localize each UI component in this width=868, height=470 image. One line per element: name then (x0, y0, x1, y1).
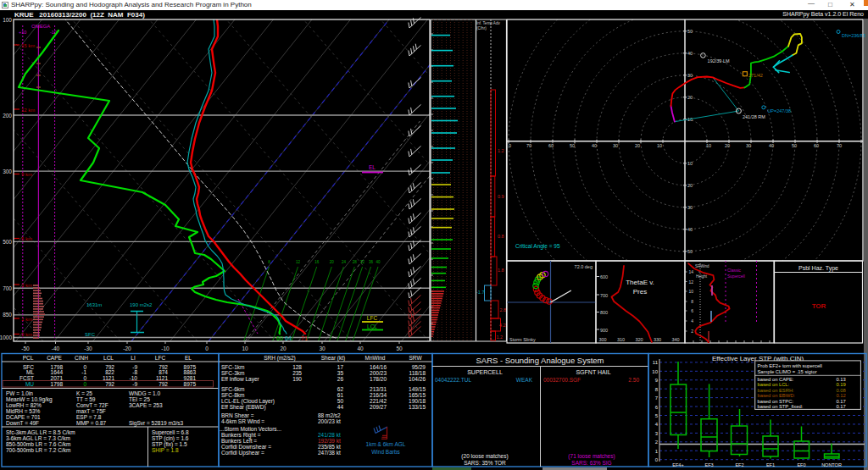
svg-text:792: 792 (105, 381, 114, 387)
svg-text:SGFNT HAIL: SGFNT HAIL (576, 369, 610, 375)
svg-text:0.17: 0.17 (836, 399, 845, 404)
svg-text:SRW: SRW (409, 355, 422, 361)
svg-text:Pres: Pres (633, 288, 647, 296)
svg-text:1.2: 1.2 (497, 335, 504, 340)
svg-text:50: 50 (792, 143, 797, 148)
svg-text:Psbl Haz. Type: Psbl Haz. Type (798, 265, 838, 272)
svg-text:36: 36 (369, 260, 374, 264)
svg-text:40: 40 (357, 346, 364, 351)
svg-text:...Storm Motion Vectors...: ...Storm Motion Vectors... (220, 426, 281, 432)
svg-text:70: 70 (526, 143, 531, 148)
svg-text:Corfidi Downshear =: Corfidi Downshear = (221, 444, 271, 450)
svg-text:95/29: 95/29 (412, 364, 426, 370)
svg-text:178/20: 178/20 (370, 376, 387, 382)
svg-text:OMEGA: OMEGA (31, 24, 50, 29)
svg-text:340: 340 (671, 337, 679, 342)
svg-text:0: 0 (655, 457, 659, 462)
svg-text:SRWind: SRWind (695, 264, 709, 268)
svg-text:CAPE: CAPE (47, 355, 62, 361)
svg-text:32: 32 (360, 260, 365, 264)
svg-text:04042222.TUL: 04042222.TUL (435, 377, 471, 383)
svg-text:(71 loose matches): (71 loose matches) (568, 453, 615, 460)
svg-text:Sample CLIMO = .15 sigtor: Sample CLIMO = .15 sigtor (758, 369, 817, 374)
svg-text:0.13: 0.13 (836, 377, 845, 382)
svg-text:62: 62 (337, 386, 344, 392)
svg-text:SFC-3km: SFC-3km (221, 370, 244, 376)
svg-text:213/31: 213/31 (370, 386, 387, 392)
svg-text:Storm Slinky: Storm Slinky (509, 337, 536, 342)
svg-text:0: 0 (83, 381, 86, 387)
svg-text:8: 8 (691, 299, 693, 304)
svg-text:792: 792 (159, 381, 168, 387)
svg-text:20: 20 (635, 143, 640, 148)
svg-text:(C/hr): (C/hr) (476, 26, 487, 30)
svg-text:Eff Shear (EBWD): Eff Shear (EBWD) (221, 404, 266, 411)
svg-text:6: 6 (691, 308, 693, 313)
svg-text:1: 1 (655, 449, 659, 454)
svg-text:88 m2/s2: 88 m2/s2 (318, 412, 341, 418)
svg-text:271/42: 271/42 (748, 73, 763, 78)
svg-text:maxT = 75F: maxT = 75F (76, 408, 106, 414)
svg-text:BRN Shear =: BRN Shear = (221, 412, 254, 418)
svg-text:235: 235 (292, 370, 302, 376)
svg-text:190: 190 (292, 376, 302, 382)
svg-text:7: 7 (655, 395, 659, 401)
svg-text:-30: -30 (84, 346, 92, 351)
svg-text:5: 5 (655, 413, 659, 418)
svg-text:based on ESRH:: based on ESRH: (758, 388, 795, 393)
svg-text:0.8: 0.8 (498, 234, 504, 239)
svg-text:0 km: 0 km (21, 332, 32, 337)
svg-text:700-500mb LR = 7.2 C/km: 700-500mb LR = 7.2 C/km (6, 447, 70, 453)
svg-text:3CAPE = 253: 3CAPE = 253 (129, 402, 163, 408)
svg-text:SHIP = 1.8: SHIP = 1.8 (152, 447, 179, 453)
svg-text:based on EBWD:: based on EBWD: (758, 393, 796, 398)
svg-text:9 km: 9 km (21, 172, 32, 177)
svg-text:0: 0 (509, 143, 511, 148)
svg-text:Corfidi Upshear =: Corfidi Upshear = (221, 450, 264, 456)
svg-text:WEAK: WEAK (516, 377, 533, 383)
svg-text:10: 10 (652, 369, 658, 374)
svg-text:149/15: 149/15 (409, 386, 426, 392)
svg-text:Critical Angle = 95: Critical Angle = 95 (515, 243, 560, 250)
svg-text:1 km: 1 km (21, 317, 32, 322)
svg-text:1631m: 1631m (86, 302, 102, 307)
svg-text:EF1: EF1 (766, 462, 775, 467)
svg-text:2: 2 (655, 440, 659, 445)
svg-text:850: 850 (3, 312, 12, 318)
svg-text:71: 71 (301, 335, 308, 341)
svg-text:1.8: 1.8 (498, 268, 504, 273)
svg-text:192/39 LM: 192/39 LM (708, 58, 730, 64)
svg-text:SFC-6km: SFC-6km (221, 386, 244, 392)
svg-text:12: 12 (688, 279, 693, 285)
svg-text:44: 44 (337, 404, 344, 410)
svg-text:3: 3 (655, 431, 659, 436)
svg-text:LCL: LCL (367, 323, 377, 329)
svg-text:700: 700 (3, 285, 12, 291)
svg-text:0.9: 0.9 (498, 194, 504, 199)
svg-text:10: 10 (687, 161, 693, 166)
svg-text:310: 310 (617, 337, 625, 342)
svg-text:12 km: 12 km (21, 108, 35, 113)
svg-text:128: 128 (292, 364, 302, 370)
svg-text:Sfc-3km AGL LR = 8.5 C/km: Sfc-3km AGL LR = 8.5 C/km (6, 429, 75, 435)
svg-text:SUPERCELL: SUPERCELL (467, 369, 503, 375)
svg-text:700: 700 (600, 293, 608, 298)
svg-text:221/42: 221/42 (370, 398, 387, 404)
svg-text:SFC-8km: SFC-8km (221, 392, 244, 398)
svg-text:-10: -10 (161, 346, 170, 351)
svg-text:320: 320 (635, 337, 643, 342)
svg-text:EF4+: EF4+ (672, 462, 683, 467)
svg-text:2: 2 (691, 329, 693, 334)
svg-text:28: 28 (353, 260, 358, 264)
svg-text:UP=247/38: UP=247/38 (767, 108, 791, 113)
svg-text:20: 20 (687, 95, 693, 100)
svg-text:20: 20 (330, 260, 335, 264)
svg-text:EL: EL (185, 355, 192, 361)
svg-text:ThetaE v.: ThetaE v. (626, 279, 654, 286)
svg-text:24: 24 (342, 260, 347, 264)
svg-text:26: 26 (337, 376, 344, 382)
svg-text:4: 4 (691, 318, 693, 323)
svg-text:35: 35 (337, 370, 344, 376)
svg-text:247/38 kt: 247/38 kt (318, 450, 341, 456)
svg-text:based on STPC:: based on STPC: (758, 399, 794, 404)
